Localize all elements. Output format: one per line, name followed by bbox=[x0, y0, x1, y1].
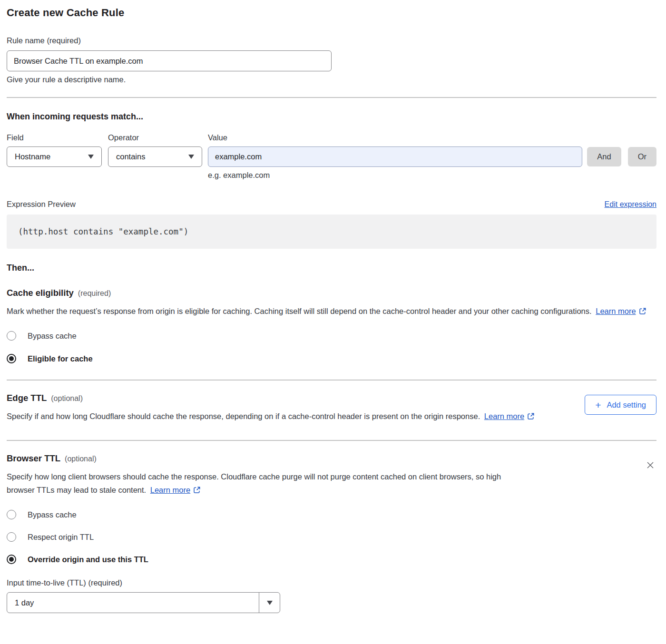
edge-ttl-description-text: Specify if and how long Cloudflare shoul… bbox=[7, 412, 480, 420]
radio-label: Respect origin TTL bbox=[28, 533, 94, 542]
create-cache-rule-form: Create new Cache Rule Rule name (require… bbox=[0, 0, 666, 624]
chevron-down-icon bbox=[188, 155, 194, 159]
external-link-icon bbox=[639, 305, 646, 319]
radio-button[interactable] bbox=[7, 331, 16, 341]
expression-code: (http.host contains "example.com") bbox=[18, 227, 188, 236]
browser-ttl-section: Browser TTL (optional) Specify how long … bbox=[7, 453, 656, 613]
then-heading: Then... bbox=[7, 263, 656, 273]
learn-more-link[interactable]: Learn more bbox=[484, 412, 535, 420]
match-controls-row: Hostname contains And Or bbox=[7, 146, 656, 167]
expression-code-box: (http.host contains "example.com") bbox=[7, 215, 656, 249]
edge-ttl-description: Specify if and how long Cloudflare shoul… bbox=[7, 410, 537, 424]
operator-label: Operator bbox=[108, 133, 208, 142]
radio-label: Bypass cache bbox=[28, 510, 77, 519]
expression-preview-label: Expression Preview bbox=[7, 200, 76, 209]
external-link-icon bbox=[193, 484, 201, 498]
and-button[interactable]: And bbox=[587, 147, 621, 166]
or-button[interactable]: Or bbox=[628, 147, 656, 166]
cache-eligibility-description-text: Mark whether the request’s response from… bbox=[7, 307, 592, 315]
radio-option-eligible-for-cache[interactable]: Eligible for cache bbox=[7, 354, 656, 363]
add-setting-button[interactable]: + Add setting bbox=[585, 395, 656, 415]
learn-more-link[interactable]: Learn more bbox=[150, 486, 201, 494]
add-setting-label: Add setting bbox=[607, 400, 646, 410]
match-heading: When incoming requests match... bbox=[7, 112, 656, 122]
cache-eligibility-title: Cache eligibility bbox=[7, 288, 74, 298]
section-divider bbox=[7, 380, 656, 381]
ttl-input-label: Input time-to-live (TTL) (required) bbox=[7, 578, 656, 587]
learn-more-link[interactable]: Learn more bbox=[596, 307, 646, 315]
expression-preview-row: Expression Preview Edit expression bbox=[7, 200, 656, 209]
close-icon[interactable] bbox=[645, 460, 656, 470]
field-select[interactable]: Hostname bbox=[7, 146, 102, 167]
section-divider bbox=[7, 97, 656, 98]
cache-eligibility-qualifier: (required) bbox=[78, 289, 111, 298]
radio-label: Bypass cache bbox=[28, 332, 77, 341]
radio-label: Eligible for cache bbox=[28, 354, 93, 363]
browser-ttl-title: Browser TTL bbox=[7, 453, 60, 464]
browser-ttl-description-text: Specify how long client browsers should … bbox=[7, 472, 501, 494]
operator-select-value: contains bbox=[116, 152, 145, 161]
section-divider bbox=[7, 440, 656, 441]
operator-select[interactable]: contains bbox=[108, 146, 202, 167]
radio-button[interactable] bbox=[7, 510, 16, 519]
page-title: Create new Cache Rule bbox=[7, 7, 656, 19]
ttl-select[interactable]: 1 day bbox=[7, 592, 280, 613]
cache-eligibility-title-row: Cache eligibility (required) bbox=[7, 288, 656, 298]
edge-ttl-qualifier: (optional) bbox=[51, 394, 83, 403]
radio-button-selected[interactable] bbox=[7, 354, 16, 363]
browser-ttl-description: Specify how long client browsers should … bbox=[7, 470, 528, 498]
edge-ttl-title-row: Edge TTL (optional) bbox=[7, 393, 656, 403]
external-link-icon bbox=[527, 410, 535, 424]
radio-option-override-origin-ttl[interactable]: Override origin and use this TTL bbox=[7, 555, 656, 564]
browser-ttl-title-row: Browser TTL (optional) bbox=[7, 453, 656, 464]
value-label: Value bbox=[208, 133, 656, 142]
rule-name-input[interactable] bbox=[7, 50, 332, 71]
edge-ttl-title: Edge TTL bbox=[7, 393, 47, 403]
match-labels-row: Field Operator Value bbox=[7, 133, 656, 142]
edge-ttl-section: Edge TTL (optional) Specify if and how l… bbox=[7, 393, 656, 424]
field-select-value: Hostname bbox=[15, 152, 50, 161]
radio-button-selected[interactable] bbox=[7, 555, 16, 564]
radio-option-bypass-cache[interactable]: Bypass cache bbox=[7, 331, 656, 341]
value-help: e.g. example.com bbox=[208, 171, 656, 180]
value-input[interactable] bbox=[208, 146, 582, 167]
rule-name-help: Give your rule a descriptive name. bbox=[7, 75, 656, 84]
plus-icon: + bbox=[595, 400, 601, 410]
radio-option-bypass-cache-browser[interactable]: Bypass cache bbox=[7, 510, 656, 519]
field-label: Field bbox=[7, 133, 108, 142]
radio-label: Override origin and use this TTL bbox=[28, 555, 148, 564]
cache-eligibility-description: Mark whether the request’s response from… bbox=[7, 304, 656, 319]
browser-ttl-qualifier: (optional) bbox=[65, 455, 97, 463]
radio-button[interactable] bbox=[7, 532, 16, 542]
radio-option-respect-origin-ttl[interactable]: Respect origin TTL bbox=[7, 532, 656, 542]
edit-expression-link[interactable]: Edit expression bbox=[605, 200, 656, 209]
ttl-select-arrow[interactable] bbox=[259, 593, 280, 613]
ttl-select-value: 1 day bbox=[7, 593, 259, 613]
chevron-down-icon bbox=[267, 601, 273, 605]
chevron-down-icon bbox=[88, 155, 94, 159]
rule-name-label: Rule name (required) bbox=[7, 36, 656, 45]
cache-eligibility-section: Cache eligibility (required) Mark whethe… bbox=[7, 288, 656, 363]
